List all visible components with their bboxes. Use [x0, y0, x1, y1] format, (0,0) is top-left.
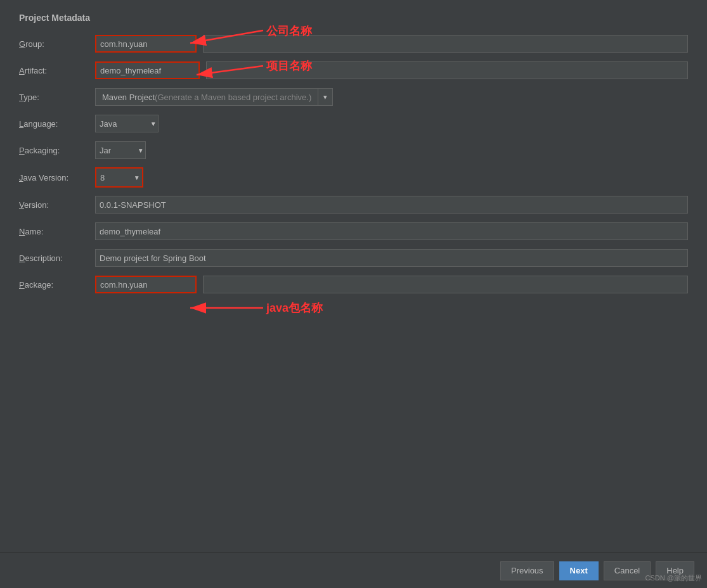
version-input[interactable] [95, 196, 688, 214]
group-row: Group: [19, 34, 688, 53]
packaging-label: Packaging: [19, 146, 95, 155]
java-version-select-wrapper: 8 11 17 ▾ [95, 167, 143, 188]
language-select-wrapper: Java Kotlin Groovy ▾ [95, 115, 159, 132]
package-label: Package: [19, 280, 95, 290]
language-label: Language: [19, 119, 95, 129]
section-title: Project Metadata [19, 13, 688, 23]
dialog-footer: Previous Next Cancel Help [0, 553, 707, 588]
language-row: Language: Java Kotlin Groovy ▾ [19, 114, 688, 133]
artifact-row: Artifact: [19, 61, 688, 80]
language-select[interactable]: Java Kotlin Groovy [95, 115, 159, 132]
type-row: Type: Maven Project (Generate a Maven ba… [19, 87, 688, 106]
group-input[interactable] [95, 35, 197, 53]
description-label: Description: [19, 253, 95, 263]
packaging-select-wrapper: Jar War ▾ [95, 141, 146, 159]
version-label: Version: [19, 200, 95, 210]
description-row: Description: [19, 248, 688, 267]
cancel-button[interactable]: Cancel [604, 561, 651, 580]
name-label: Name: [19, 227, 95, 236]
type-value: Maven Project (Generate a Maven based pr… [95, 88, 318, 106]
packaging-select[interactable]: Jar War [95, 141, 146, 159]
artifact-label: Artifact: [19, 66, 95, 75]
java-version-row: Java Version: 8 11 17 ▾ [19, 167, 688, 188]
name-input[interactable] [95, 222, 688, 240]
packaging-row: Packaging: Jar War ▾ [19, 141, 688, 160]
java-version-select[interactable]: 8 11 17 [96, 169, 142, 186]
watermark: CSDN @派的世界 [645, 573, 702, 583]
name-row: Name: [19, 222, 688, 241]
type-label: Type: [19, 93, 95, 102]
artifact-input[interactable] [95, 61, 200, 79]
version-row: Version: [19, 195, 688, 214]
next-button[interactable]: Next [559, 561, 599, 580]
java-version-label: Java Version: [19, 173, 95, 182]
dialog: Project Metadata Group: Artifact: Type: … [0, 0, 707, 588]
type-dropdown-btn[interactable]: ▾ [318, 88, 333, 106]
description-input[interactable] [95, 249, 688, 267]
package-input[interactable] [95, 276, 197, 293]
group-label: Group: [19, 39, 95, 49]
dialog-content: Project Metadata Group: Artifact: Type: … [0, 0, 707, 553]
previous-button[interactable]: Previous [500, 561, 554, 580]
package-row: Package: [19, 275, 688, 294]
